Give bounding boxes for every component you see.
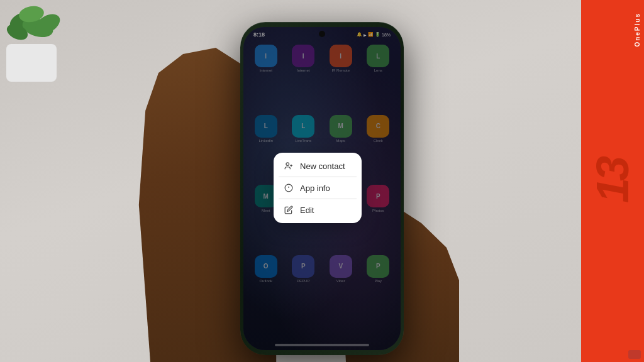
- phone-screen: 8:18 🔔 ▶ 📶 🔋 18% IInternetIInternetIIR R…: [243, 27, 401, 350]
- new-contact-label: New contact: [300, 162, 345, 171]
- context-menu: New contact App info: [274, 153, 362, 223]
- context-menu-item-edit[interactable]: Edit: [274, 199, 362, 221]
- oneplus-box: OnePlus 13: [581, 0, 644, 362]
- oneplus-model-number: 13: [592, 159, 633, 203]
- phone-body: 8:18 🔔 ▶ 📶 🔋 18% IInternetIInternetIIR R…: [240, 22, 404, 355]
- app-info-label: App info: [300, 184, 330, 193]
- thumbnail-badge: [628, 350, 641, 359]
- edit-icon: [284, 205, 294, 215]
- oneplus-brand-text: OnePlus: [634, 13, 641, 47]
- context-menu-item-new-contact[interactable]: New contact: [274, 155, 362, 177]
- context-menu-item-app-info[interactable]: App info: [274, 177, 362, 199]
- edit-label: Edit: [300, 206, 314, 215]
- plant-pot: [6, 44, 57, 82]
- person-add-icon: [284, 161, 294, 171]
- info-icon: [284, 183, 294, 193]
- svg-point-0: [286, 163, 289, 166]
- plant-decoration: [0, 0, 88, 88]
